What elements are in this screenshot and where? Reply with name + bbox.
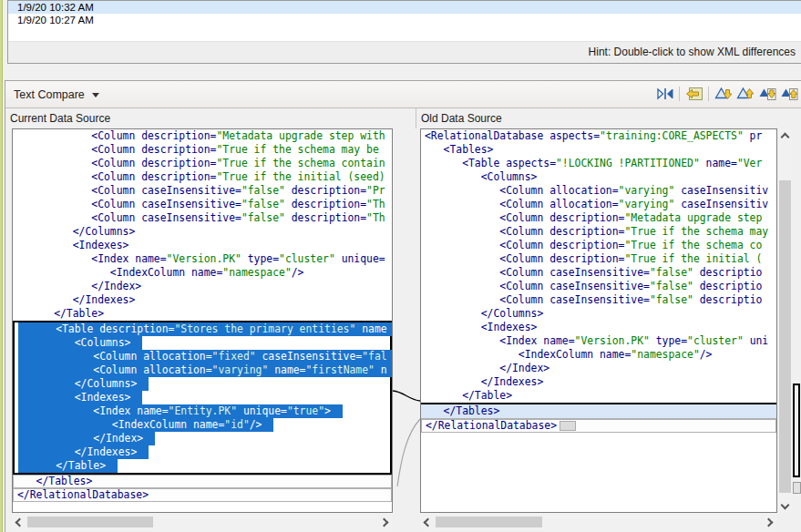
code-line[interactable]: <Column description="True if the schema … <box>13 143 392 157</box>
code-line[interactable]: </Table> <box>15 459 390 473</box>
right-pane-title: Old Data Source <box>421 112 502 125</box>
compare-editor: Text Compare Current Data Source Old Dat… <box>5 80 801 532</box>
selected-text: <Table description="Stores the primary e… <box>18 322 393 336</box>
code-line[interactable]: </Indexes> <box>15 445 390 459</box>
code-line[interactable]: <Column description="True if the schema … <box>421 239 776 252</box>
code-line[interactable]: <Indexes> <box>15 391 390 404</box>
code-line[interactable]: <IndexColumn name="namespace"/> <box>13 266 392 280</box>
code-line[interactable]: <Indexes> <box>421 321 776 334</box>
code-line[interactable]: </Columns> <box>13 225 392 239</box>
code-line[interactable]: <Column description="True if the schema … <box>421 225 776 239</box>
code-line[interactable]: <Column description="Metadata upgrade st… <box>421 211 776 225</box>
code-line[interactable]: </Index> <box>15 432 390 445</box>
right-horizontal-thumb[interactable] <box>436 517 542 527</box>
history-row[interactable]: 1/9/20 10:27 AM <box>8 14 801 26</box>
code-line[interactable]: <Column caseInsensitive="false" descript… <box>421 280 776 293</box>
code-line[interactable]: <Column allocation="varying" name="first… <box>15 363 390 377</box>
code-line[interactable]: <RelationalDatabase aspects="training:CO… <box>421 129 776 143</box>
scroll-right-button[interactable] <box>764 515 777 528</box>
selected-text: </Columns> <box>18 377 149 391</box>
diff-band-line[interactable]: </Tables> <box>421 403 776 419</box>
scroll-left-button[interactable] <box>12 515 26 528</box>
toolbar-separator <box>679 87 680 101</box>
chevron-up-icon <box>781 133 790 142</box>
compare-toolbar-bar: Text Compare <box>5 81 801 108</box>
overview-change-marker[interactable] <box>793 482 801 494</box>
next-change-icon[interactable] <box>757 86 776 102</box>
code-line[interactable]: <Column description="True if the schema … <box>13 157 392 170</box>
code-line[interactable]: <Indexes> <box>13 239 392 252</box>
code-line[interactable]: <Column allocation="varying" caseInsensi… <box>421 198 776 211</box>
left-horizontal-thumb[interactable] <box>27 517 153 527</box>
code-line[interactable]: <Index name="Entity.PK" unique="true"> <box>15 404 390 418</box>
diff-band-line[interactable]: </RelationalDatabase> <box>13 488 392 502</box>
selected-text: <Index name="Entity.PK" unique="true"> <box>18 404 343 418</box>
code-line[interactable]: <Column caseInsensitive="false" descript… <box>13 211 392 225</box>
chevron-down-icon <box>92 93 99 97</box>
previous-difference-icon[interactable] <box>735 86 755 102</box>
old-source-editor[interactable]: <RelationalDatabase aspects="training:CO… <box>420 128 777 513</box>
copy-right-to-left-icon[interactable] <box>684 86 703 102</box>
code-line[interactable]: <Column description="Metadata upgrade st… <box>13 129 392 143</box>
compare-toolbar <box>655 86 798 102</box>
code-line[interactable]: <Column allocation="fixed" caseInsensiti… <box>15 350 390 363</box>
chevron-right-icon <box>765 518 774 527</box>
current-source-editor[interactable]: <Column description="Metadata upgrade st… <box>12 128 393 513</box>
diff-connector-lines <box>393 128 420 513</box>
panel-edge-strip <box>0 0 3 532</box>
code-line[interactable]: <Column caseInsensitive="false" descript… <box>13 198 392 211</box>
code-line[interactable]: <Column caseInsensitive="false" descript… <box>13 184 392 198</box>
compare-mode-dropdown[interactable]: Text Compare <box>14 87 99 103</box>
vertical-scrollbar[interactable] <box>778 128 792 513</box>
selected-diff-block[interactable]: <Table description="Stores the primary e… <box>13 321 392 475</box>
vertical-scrollbar-thumb[interactable] <box>779 180 791 493</box>
scroll-down-button[interactable] <box>778 499 792 513</box>
code-line[interactable]: <Column allocation="varying" caseInsensi… <box>421 184 776 198</box>
chevron-left-icon <box>424 518 433 527</box>
xml-compare-window: 1/9/20 10:32 AM1/9/20 10:27 AM Hint: Dou… <box>0 0 801 532</box>
history-row[interactable]: 1/9/20 10:32 AM <box>8 1 801 14</box>
selected-text: </Table> <box>18 459 118 473</box>
code-line[interactable]: </Table> <box>13 307 392 321</box>
selected-text: </Indexes> <box>18 445 149 459</box>
chevron-left-icon <box>15 518 25 527</box>
code-line[interactable]: <IndexColumn name="id"/> <box>15 418 390 432</box>
overview-diff-marker[interactable] <box>793 384 800 477</box>
left-horizontal-scrollbar[interactable] <box>12 514 393 530</box>
hint-text: Hint: Double-click to show XML differenc… <box>589 46 796 58</box>
code-line[interactable]: <Index name="Version.PK" type="cluster" … <box>13 252 392 266</box>
history-list[interactable]: 1/9/20 10:32 AM1/9/20 10:27 AM Hint: Dou… <box>7 0 801 64</box>
selected-text: <Column allocation="fixed" caseInsensiti… <box>18 350 393 363</box>
diff-band-line[interactable]: </Tables> <box>13 475 392 488</box>
code-line[interactable]: <Columns> <box>15 336 390 350</box>
code-line[interactable]: </Indexes> <box>421 375 776 389</box>
code-line[interactable]: <Column description="True if the initial… <box>421 252 776 266</box>
code-line[interactable]: </Columns> <box>15 377 390 391</box>
code-line[interactable]: <IndexColumn name="namespace"/> <box>421 348 776 362</box>
toolbar-separator <box>708 87 709 101</box>
selected-text: <Indexes> <box>18 391 142 404</box>
code-line[interactable]: <Column description="True if the initial… <box>13 170 392 184</box>
code-line[interactable]: </Index> <box>421 362 776 375</box>
code-line[interactable]: <Column caseInsensitive="false" descript… <box>421 266 776 280</box>
code-line[interactable]: <Index name="Version.PK" type="cluster" … <box>421 334 776 348</box>
selection-end-marker <box>560 421 576 431</box>
code-line[interactable]: <Tables> <box>421 143 776 157</box>
code-line[interactable]: </Columns> <box>421 307 776 321</box>
diff-band-line[interactable]: </RelationalDatabase> <box>421 419 776 433</box>
code-line[interactable]: <Table description="Stores the primary e… <box>15 322 390 336</box>
history-rows: 1/9/20 10:32 AM1/9/20 10:27 AM <box>8 1 801 26</box>
code-line[interactable]: </Table> <box>421 389 776 403</box>
next-difference-icon[interactable] <box>714 86 733 102</box>
previous-change-icon[interactable] <box>779 86 798 102</box>
code-line[interactable]: <Table aspects="!LOCKING !PARTITIONED" n… <box>421 157 776 170</box>
scroll-right-button[interactable] <box>379 515 393 528</box>
code-line[interactable]: </Index> <box>13 280 392 293</box>
code-line[interactable]: <Columns> <box>421 170 776 184</box>
code-line[interactable]: </Indexes> <box>13 293 392 307</box>
scroll-left-button[interactable] <box>420 515 434 528</box>
code-line[interactable]: <Column caseInsensitive="false" descript… <box>421 293 776 307</box>
swap-panes-icon[interactable] <box>655 86 674 102</box>
scroll-up-button[interactable] <box>778 128 792 142</box>
right-horizontal-scrollbar[interactable] <box>420 514 777 530</box>
